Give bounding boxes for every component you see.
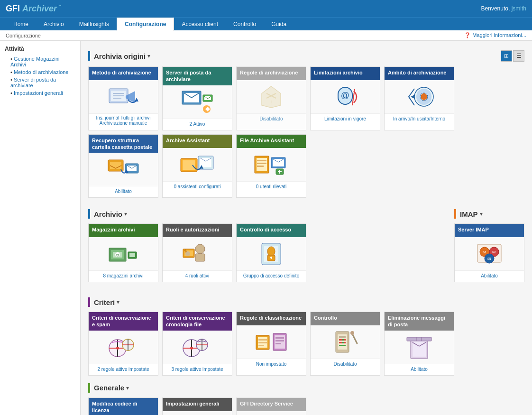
tile-icon-directory: GFI [237,411,306,415]
svg-rect-35 [257,166,264,167]
section-archivia-arrow[interactable]: ▾ [147,53,150,59]
sidebar-item-server[interactable]: Server di posta da archiviare [10,77,75,88]
sidebar-item-magazzini[interactable]: Gestione Magazzini Archivi [10,56,75,67]
tile-regole-classificazione[interactable]: Regole di classificazione [236,312,306,376]
imap-grid: Server IMAP ✉ ✉ ✉ [454,223,524,282]
tile-status-criteri-file: 3 regole attive impostate [163,364,232,375]
sidebar-title: Attività [5,46,75,52]
tile-header-archive-assistant: Archive Assistant [163,135,232,148]
section-imap-arrow[interactable]: ▾ [480,211,483,217]
tile-status-limitazioni: Limitazioni in vigore [311,113,380,125]
section-archivio-arrow[interactable]: ▾ [124,211,127,217]
svg-rect-88 [275,343,281,344]
svg-text:✉: ✉ [483,250,486,255]
svg-rect-100 [413,341,426,357]
tile-header-limitazioni: Limitazioni archivio [311,67,380,80]
nav-configurazione[interactable]: Configurazione [117,18,174,31]
nav-archivio[interactable]: Archivio [36,18,72,30]
tile-header-file-archive: File Archive Assistant [237,135,306,148]
tile-magazzini[interactable]: Magazzini archivi @ [88,223,158,282]
tile-status-recupero: Abilitato [89,186,158,197]
sidebar-item-metodo[interactable]: Metodo di archiviazione [10,69,75,75]
svg-marker-20 [411,95,414,99]
tile-status-ruoli: 4 ruoli attivi [163,270,232,282]
tile-audit[interactable]: Controllo [310,312,380,376]
tile-ruoli[interactable]: Ruoli e autorizzazioni 4 ruoli [162,223,232,282]
tile-header-magazzini: Magazzini archivi [89,224,158,237]
nav-guida[interactable]: Guida [264,18,294,30]
tile-icon-limitazioni: @ [311,80,380,113]
tile-ambito[interactable]: Ambito di archiviazione In arrivo/In usc… [384,66,454,130]
tile-directory-service[interactable]: GFI Directory Service GFI Disabilitato [236,397,306,415]
svg-rect-47 [129,253,135,257]
list-view-btn[interactable]: ☰ [513,50,524,62]
tile-icon-impostazioni-generali [163,411,232,415]
nav-accesso[interactable]: Accesso client [174,18,226,30]
section-bar-archivio [88,209,90,219]
tile-recupero[interactable]: Recupero struttura cartella cassetta pos… [88,134,158,198]
tile-header-audit: Controllo [311,312,380,325]
tile-criteri-spam[interactable]: Criteri di conservazione e spam 2 regole… [88,312,158,376]
tile-archive-assistant[interactable]: Archive Assistant 0 assistenti configura… [162,134,232,198]
tile-eliminazione[interactable]: Eliminazione messaggi di posta Abilitato [384,312,454,376]
tile-icon-file-archive [237,148,306,181]
tile-status-magazzini: 8 magazzini archivi [89,270,158,282]
nav-mailinsights[interactable]: MailInsights [72,18,117,30]
tile-metodo-archiviazione[interactable]: Metodo di archiviazione Ins. journal [88,66,158,130]
tile-criteri-file[interactable]: Criteri di conservazione cronologia file… [162,312,232,376]
help-link[interactable]: ❓ Maggiori informazioni... [464,32,526,38]
tile-status-controllo-accesso: Gruppo di accesso definito [237,270,306,282]
tile-icon-archive-assistant [163,148,232,181]
tile-regole-archiviazione[interactable]: Regole di archiviazione ! Disabilitato [236,66,306,130]
tile-impostazioni-generali[interactable]: Impostazioni generali jsmith@mydomain.co… [162,397,232,415]
tile-limitazioni[interactable]: Limitazioni archivio @ Limitazioni in vi… [310,66,380,130]
svg-rect-83 [258,345,264,346]
tile-header-eliminazione: Eliminazione messaggi di posta [385,312,454,331]
svg-point-55 [267,247,275,256]
nav-controllo[interactable]: Controllo [226,18,264,30]
tile-icon-magazzini: @ [89,237,158,270]
tile-licenza[interactable]: Modifica codice di licenza Valido [88,397,158,415]
breadcrumb: Configurazione ❓ Maggiori informazioni..… [0,30,532,41]
username-link[interactable]: jsmith [512,5,526,12]
tile-header-server: Server di posta da archiviare [163,67,232,85]
svg-point-98 [350,331,354,335]
section-bar-generale [88,383,90,393]
tile-header-imap: Server IMAP [455,224,524,237]
tile-status-criteri-spam: 2 regole attive impostate [89,364,158,375]
tile-controllo-accesso[interactable]: Controllo di accesso Gruppo di [236,223,306,282]
tile-header-directory: GFI Directory Service [237,398,306,411]
tile-icon-criteri-spam [89,331,158,364]
sidebar-item-impostazioni[interactable]: Impostazioni generali [10,90,75,96]
trademark: ™ [57,4,62,9]
tile-status-metodo: Ins. journal Tutti gli archivi Archiviaz… [89,113,158,128]
section-criteri-arrow[interactable]: ▾ [117,299,119,305]
tile-icon-eliminazione [385,331,454,364]
welcome-message: Benvenuto, jsmith [481,5,526,12]
section-generale-arrow[interactable]: ▾ [126,385,129,391]
tile-status-file-archive: 0 utenti rilevati [237,181,306,193]
tile-header-ruoli: Ruoli e autorizzazioni [163,224,232,237]
content-area: Archivia origini ▾ ⊞ ☰ Metodo di archivi… [81,41,532,415]
imap-col: IMAP ▾ Server IMAP ✉ ✉ [454,205,524,290]
svg-rect-101 [407,337,431,341]
svg-point-68 [116,347,119,350]
svg-line-97 [352,334,357,343]
svg-text:!: ! [271,100,272,105]
svg-text:@: @ [341,91,349,100]
svg-point-50 [195,244,205,254]
tile-header-impostazioni-generali: Impostazioni generali [163,398,232,411]
tile-status-eliminazione: Abilitato [385,364,454,375]
grid-view-btn[interactable]: ⊞ [501,50,512,62]
tile-imap-server[interactable]: Server IMAP ✉ ✉ ✉ [454,223,524,282]
tile-status-classificazione: Non impostato [237,359,306,370]
tile-server-posta[interactable]: Server di posta da archiviare 2 Attivo [162,66,232,130]
section-archivia-title: Archivia origini [94,52,146,60]
section-bar-blue [88,51,90,61]
tile-status-archive-assistant: 0 assistenti configurati [163,181,232,193]
svg-text:✉: ✉ [492,250,496,255]
tile-icon-classificazione [237,325,306,359]
section-generale-title: Generale [94,384,124,392]
nav-home[interactable]: Home [6,18,36,30]
tile-file-archive-assistant[interactable]: File Archive Assistant [236,134,306,198]
